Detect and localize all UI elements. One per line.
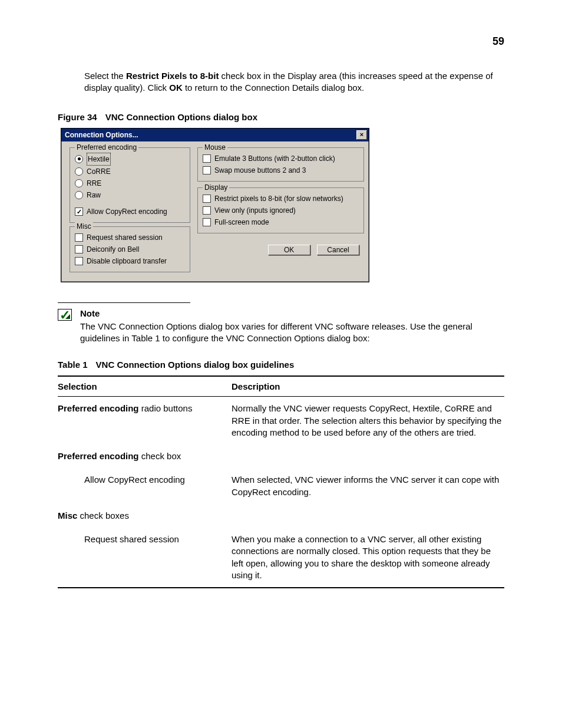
table-row: Preferred encoding check box	[58, 444, 504, 468]
table-label: Table 1	[58, 360, 88, 370]
checkbox-view-only[interactable]: View only (inputs ignored)	[203, 205, 359, 216]
display-legend: Display	[203, 183, 229, 192]
row3-sel-rest: check boxes	[77, 510, 129, 521]
checkbox-swap-buttons-label: Swap mouse buttons 2 and 3	[214, 164, 306, 176]
checkbox-icon	[75, 257, 83, 265]
cancel-button[interactable]: Cancel	[317, 245, 359, 255]
checkbox-icon	[203, 166, 211, 174]
table-row: Request shared session When you make a c…	[58, 528, 504, 587]
note-divider	[58, 302, 190, 303]
dialog-titlebar: Connection Options... ×	[61, 129, 369, 141]
table-title: VNC Connection Options dialog box guidel…	[96, 360, 295, 370]
close-icon[interactable]: ×	[356, 130, 367, 140]
radio-hextile[interactable]: Hextile	[75, 153, 185, 166]
figure-label: Figure 34	[58, 112, 97, 122]
radio-icon	[75, 155, 83, 163]
checkbox-copyrect[interactable]: Allow CopyRect encoding	[75, 206, 185, 218]
connection-options-dialog: Connection Options... × Preferred encodi…	[61, 128, 369, 282]
th-selection: Selection	[58, 381, 232, 391]
checkbox-restrict-8bit-label: Restrict pixels to 8-bit (for slow netwo…	[214, 193, 343, 205]
intro-post: to return to the Connection Details dial…	[183, 83, 365, 93]
table-row: Preferred encoding radio buttons Normall…	[58, 397, 504, 444]
row1-sel-bold: Preferred encoding	[58, 451, 139, 461]
preferred-encoding-group: Preferred encoding Hextile CoRRE RRE	[70, 147, 190, 223]
radio-rre-label: RRE	[87, 177, 101, 189]
figure-title: VNC Connection Options dialog box	[105, 112, 257, 122]
radio-rre[interactable]: RRE	[75, 177, 185, 189]
checkbox-disable-clipboard-label: Disable clipboard transfer	[87, 255, 167, 267]
intro-bold1: Restrict Pixels to 8-bit	[126, 71, 219, 81]
radio-icon	[75, 179, 83, 187]
preferred-encoding-legend: Preferred encoding	[75, 143, 138, 151]
mouse-legend: Mouse	[203, 143, 227, 151]
row0-desc: Normally the VNC viewer requests CopyRec…	[232, 403, 504, 439]
checkbox-icon	[203, 154, 211, 163]
radio-hextile-label: Hextile	[87, 153, 111, 166]
checkbox-view-only-label: View only (inputs ignored)	[214, 205, 296, 216]
note-body: The VNC Connection Options dialog box va…	[80, 321, 472, 343]
checkbox-shared-session[interactable]: Request shared session	[75, 232, 185, 243]
row0-sel-rest: radio buttons	[139, 403, 193, 413]
checkbox-icon	[75, 245, 83, 253]
checkbox-shared-session-label: Request shared session	[87, 232, 163, 243]
row3-sel-bold: Misc	[58, 510, 77, 521]
misc-group: Misc Request shared session Deiconify on…	[70, 226, 190, 272]
figure-caption: Figure 34VNC Connection Options dialog b…	[58, 112, 504, 122]
radio-corre[interactable]: CoRRE	[75, 166, 185, 177]
row0-sel-bold: Preferred encoding	[58, 403, 139, 413]
row4-desc: When you make a connection to a VNC serv…	[232, 533, 504, 581]
checkbox-icon	[203, 206, 211, 215]
row2-desc: When selected, VNC viewer informs the VN…	[232, 474, 504, 498]
display-group: Display Restrict pixels to 8-bit (for sl…	[197, 187, 364, 233]
radio-raw[interactable]: Raw	[75, 189, 185, 201]
table-row: Allow CopyRect encoding When selected, V…	[58, 468, 504, 504]
table-row: Misc check boxes	[58, 504, 504, 528]
radio-icon	[75, 191, 83, 199]
checkbox-copyrect-label: Allow CopyRect encoding	[87, 206, 167, 218]
checkbox-deiconify[interactable]: Deiconify on Bell	[75, 243, 185, 255]
radio-icon	[75, 167, 83, 176]
checkbox-fullscreen-label: Full-screen mode	[214, 216, 269, 228]
intro-bold2: OK	[169, 83, 183, 93]
checkbox-emulate-3buttons-label: Emulate 3 Buttons (with 2-button click)	[214, 153, 335, 164]
radio-corre-label: CoRRE	[87, 166, 111, 177]
checkbox-icon	[75, 207, 83, 216]
intro-pre: Select the	[84, 71, 126, 81]
radio-raw-label: Raw	[87, 189, 101, 201]
checkbox-swap-buttons[interactable]: Swap mouse buttons 2 and 3	[203, 164, 359, 176]
checkbox-deiconify-label: Deiconify on Bell	[87, 243, 139, 255]
checkbox-emulate-3buttons[interactable]: Emulate 3 Buttons (with 2-button click)	[203, 153, 359, 164]
table-header: Selection Description	[58, 377, 504, 397]
row2-sel: Allow CopyRect encoding	[58, 474, 232, 486]
table-caption: Table 1VNC Connection Options dialog box…	[58, 360, 504, 370]
checkbox-disable-clipboard[interactable]: Disable clipboard transfer	[75, 255, 185, 267]
checkbox-restrict-8bit[interactable]: Restrict pixels to 8-bit (for slow netwo…	[203, 193, 359, 205]
checkbox-fullscreen[interactable]: Full-screen mode	[203, 216, 359, 228]
intro-paragraph: Select the Restrict Pixels to 8-bit chec…	[84, 70, 504, 94]
guidelines-table: Selection Description Preferred encoding…	[58, 375, 504, 588]
dialog-title: Connection Options...	[65, 131, 138, 139]
checkbox-icon	[203, 218, 211, 226]
checkbox-icon	[203, 195, 211, 203]
mouse-group: Mouse Emulate 3 Buttons (with 2-button c…	[197, 147, 364, 182]
checkbox-icon	[75, 233, 83, 242]
row4-sel: Request shared session	[58, 533, 232, 545]
note-icon	[58, 309, 72, 321]
note-block: Note The VNC Connection Options dialog b…	[58, 308, 504, 345]
row1-sel-rest: check box	[139, 451, 181, 461]
note-heading: Note	[80, 308, 504, 319]
misc-legend: Misc	[75, 222, 93, 230]
page-number: 59	[58, 35, 504, 48]
th-description: Description	[232, 381, 504, 391]
ok-button[interactable]: OK	[268, 245, 310, 255]
